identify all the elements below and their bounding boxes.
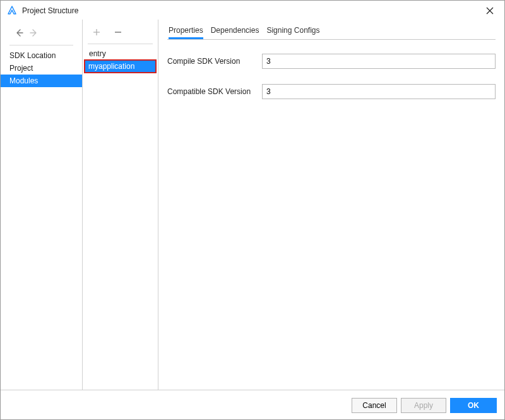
nav-item-project[interactable]: Project [1,62,82,75]
modules-toolbar [83,25,158,44]
nav-history-arrows [1,25,82,45]
plus-icon [93,28,100,36]
apply-button[interactable]: Apply [401,398,446,413]
compile-sdk-row: Compile SDK Version [167,54,496,69]
nav-item-sdk-location[interactable]: SDK Location [1,49,82,62]
content-panel: Properties Dependencies Signing Configs … [158,20,504,390]
compatible-sdk-row: Compatible SDK Version [167,84,496,99]
minus-icon [114,28,122,36]
module-item-myapplication[interactable]: myapplication [84,59,157,73]
remove-module-button[interactable] [113,27,123,37]
modules-panel: entry myapplication [83,20,158,390]
module-tabs: Properties Dependencies Signing Configs [167,26,496,40]
left-nav-panel: SDK Location Project Modules [1,20,83,390]
left-nav-separator [9,45,73,45]
modules-separator [88,44,153,44]
tab-dependencies[interactable]: Dependencies [211,26,259,39]
dialog-footer: Cancel Apply OK [1,390,504,420]
close-button[interactable] [480,3,499,18]
compatible-sdk-input[interactable] [262,84,496,99]
module-item-entry[interactable]: entry [84,48,157,59]
ok-button[interactable]: OK [450,398,497,413]
window-title: Project Structure [22,6,480,15]
nav-item-modules[interactable]: Modules [1,75,82,87]
forward-button[interactable] [28,27,40,39]
tab-signing-configs[interactable]: Signing Configs [266,26,319,39]
arrow-right-icon [30,28,39,37]
tab-properties[interactable]: Properties [169,26,203,39]
close-icon [486,7,494,15]
back-button[interactable] [13,27,25,39]
compile-sdk-input[interactable] [262,54,496,69]
add-module-button[interactable] [92,27,102,37]
compile-sdk-label: Compile SDK Version [167,57,262,66]
main-region: SDK Location Project Modules entry myapp… [1,20,504,390]
arrow-left-icon [15,28,23,37]
compatible-sdk-label: Compatible SDK Version [167,87,262,96]
title-bar: Project Structure [1,1,504,20]
cancel-button[interactable]: Cancel [352,398,397,413]
app-logo-icon [7,6,17,16]
